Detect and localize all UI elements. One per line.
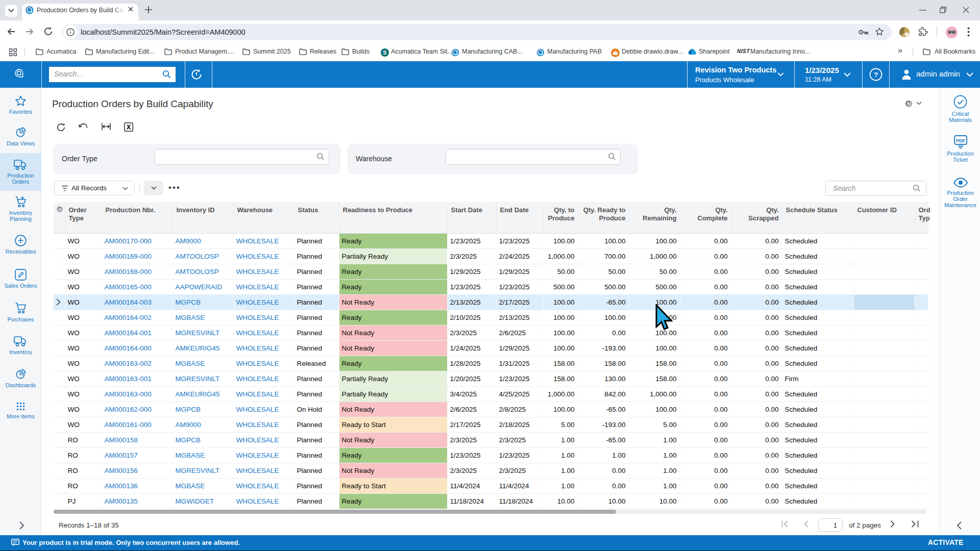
svg-text:?: ? — [874, 71, 878, 79]
svg-text:PDF: PDF — [956, 138, 966, 143]
svg-text:S: S — [383, 49, 386, 56]
